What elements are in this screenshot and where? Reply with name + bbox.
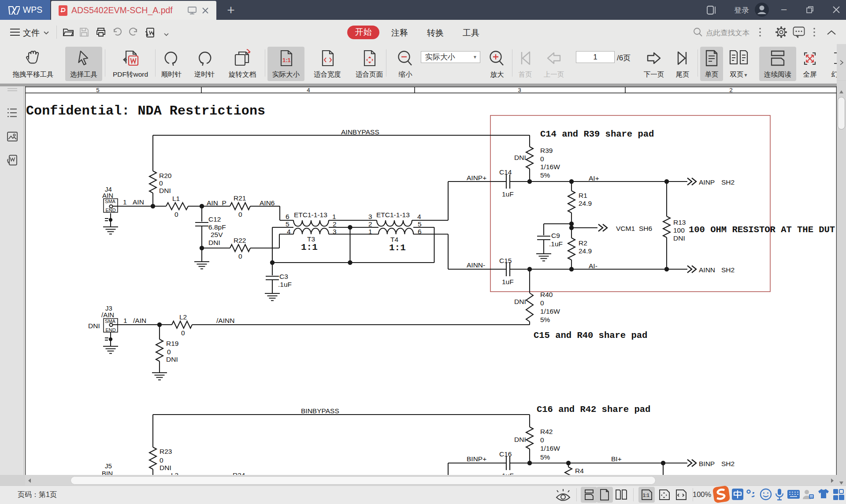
svg-text:24.9: 24.9	[579, 247, 592, 255]
svg-text:1/16W: 1/16W	[540, 445, 560, 452]
svg-text:T4: T4	[390, 236, 398, 243]
svg-text:SH2: SH2	[721, 460, 735, 467]
svg-text:C3: C3	[279, 273, 288, 280]
svg-text:1:1: 1:1	[282, 57, 291, 63]
svg-text:J5: J5	[105, 462, 112, 470]
svg-text:AINN: AINN	[699, 266, 715, 274]
svg-text:DNI: DNI	[166, 356, 178, 363]
svg-text:BINP: BINP	[699, 460, 715, 467]
svg-text:24.9: 24.9	[579, 200, 592, 207]
svg-text:0: 0	[160, 456, 163, 464]
svg-text:DNI: DNI	[673, 234, 685, 242]
svg-text:SH6: SH6	[639, 225, 652, 232]
svg-text:R13: R13	[673, 219, 686, 226]
svg-text:R20: R20	[159, 172, 172, 179]
svg-text:1:1: 1:1	[301, 242, 318, 252]
svg-text:SMA: SMA	[105, 319, 116, 324]
svg-text:L2: L2	[179, 313, 187, 321]
svg-text:3: 3	[518, 87, 521, 93]
svg-text:.1uF: .1uF	[549, 240, 563, 248]
svg-text:0: 0	[540, 299, 544, 307]
svg-text:100: 100	[673, 226, 685, 234]
svg-text:BIN: BIN	[102, 470, 113, 475]
svg-text:1:1: 1:1	[643, 493, 649, 498]
svg-text:5: 5	[96, 87, 100, 93]
svg-text:AIN: AIN	[102, 192, 113, 199]
svg-text:2: 2	[729, 87, 733, 93]
svg-text:C9: C9	[551, 232, 560, 239]
svg-text:0: 0	[167, 348, 171, 356]
svg-text:6: 6	[286, 213, 289, 220]
svg-text:1uF: 1uF	[502, 278, 514, 285]
svg-text:R19: R19	[166, 340, 178, 347]
svg-text:AI-: AI-	[589, 262, 597, 270]
svg-text:6: 6	[418, 228, 422, 235]
svg-text:ETC1-1-13: ETC1-1-13	[376, 211, 410, 219]
svg-text:1uF: 1uF	[502, 190, 514, 198]
svg-text:L3: L3	[171, 471, 178, 475]
svg-text:1/16W: 1/16W	[540, 163, 560, 170]
svg-text:AIN6: AIN6	[260, 199, 275, 207]
svg-text:C16 and R42 share pad: C16 and R42 share pad	[537, 404, 650, 415]
svg-text:4: 4	[307, 87, 310, 93]
svg-text:1uF: 1uF	[502, 472, 514, 475]
svg-text:5%: 5%	[540, 453, 550, 461]
svg-text:5: 5	[418, 220, 422, 228]
svg-text:END: END	[105, 208, 115, 213]
svg-text:C16: C16	[499, 450, 512, 458]
svg-text:END: END	[105, 327, 115, 333]
svg-text:0: 0	[238, 211, 242, 218]
svg-text:DNI: DNI	[514, 154, 526, 161]
svg-text:DNI: DNI	[159, 187, 171, 194]
svg-text:BI+: BI+	[611, 455, 622, 463]
svg-text:1: 1	[332, 213, 336, 220]
svg-text:2: 2	[333, 220, 337, 228]
svg-text:C15 and R40 share pad: C15 and R40 share pad	[534, 330, 647, 341]
svg-text:C14: C14	[499, 168, 512, 176]
svg-text:R40: R40	[540, 291, 553, 298]
svg-text:100 OHM RESISTOR AT THE DUT: 100 OHM RESISTOR AT THE DUT	[689, 225, 835, 235]
svg-text:4: 4	[417, 213, 421, 220]
svg-text:/AINN: /AINN	[216, 317, 234, 324]
svg-text:2: 2	[368, 220, 372, 228]
svg-text:AINN-: AINN-	[467, 261, 485, 269]
svg-text:/AIN: /AIN	[133, 317, 146, 324]
svg-text:1/16W: 1/16W	[540, 308, 560, 315]
svg-text:VCM1: VCM1	[616, 225, 635, 232]
svg-text:BINP+: BINP+	[467, 455, 486, 463]
svg-text:1: 1	[123, 198, 127, 206]
svg-text:BINBYPASS: BINBYPASS	[301, 407, 339, 415]
svg-text:1:1: 1:1	[389, 243, 406, 253]
svg-text:DNI: DNI	[88, 322, 100, 330]
svg-text:R23: R23	[160, 448, 172, 455]
svg-text:C14 and R39 share pad: C14 and R39 share pad	[540, 129, 654, 139]
svg-text:AINP: AINP	[699, 178, 715, 186]
svg-text:0: 0	[238, 252, 242, 260]
svg-text:Confidential: NDA Restrictions: Confidential: NDA Restrictions	[26, 104, 265, 119]
svg-text:R22: R22	[234, 237, 246, 244]
svg-text:1: 1	[123, 317, 127, 324]
svg-text:SH2: SH2	[721, 178, 735, 186]
svg-text:C12: C12	[208, 215, 221, 223]
svg-text:4: 4	[287, 228, 291, 235]
svg-text:SMA: SMA	[105, 199, 116, 204]
svg-text:R42: R42	[540, 428, 553, 435]
svg-text:AINP+: AINP+	[467, 174, 486, 182]
svg-text:DNI: DNI	[514, 436, 526, 443]
svg-text:0: 0	[174, 211, 178, 218]
svg-text:0: 0	[540, 436, 544, 444]
svg-text:R24: R24	[233, 471, 245, 475]
svg-text:R2: R2	[579, 239, 587, 247]
svg-text:5%: 5%	[540, 171, 550, 179]
svg-text:L1: L1	[172, 195, 180, 202]
svg-text:3: 3	[368, 213, 372, 220]
svg-text:R21: R21	[234, 194, 246, 202]
svg-text:DNI: DNI	[514, 298, 526, 305]
svg-text:R39: R39	[540, 147, 553, 154]
svg-text:0: 0	[159, 179, 163, 187]
svg-text:/AIN: /AIN	[101, 311, 114, 319]
svg-text:0: 0	[540, 155, 544, 163]
svg-text:DNI: DNI	[160, 464, 171, 471]
svg-text:AI+: AI+	[589, 174, 599, 182]
svg-text:R1: R1	[579, 192, 587, 199]
